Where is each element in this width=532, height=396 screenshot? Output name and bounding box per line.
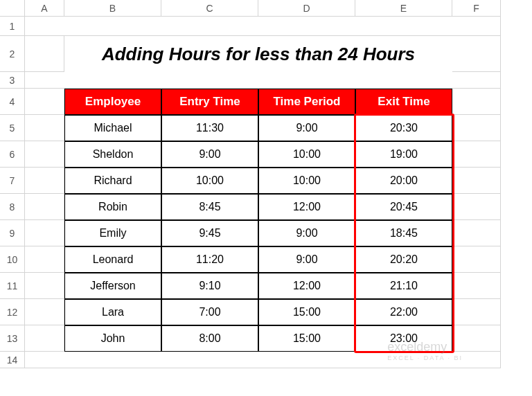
cell[interactable]	[452, 220, 501, 246]
table-cell[interactable]: 8:00	[161, 325, 258, 352]
table-cell[interactable]: 9:45	[161, 220, 258, 246]
table-cell[interactable]: 10:00	[258, 168, 355, 194]
page-title: Adding Hours for less than 24 Hours	[64, 36, 452, 72]
table-cell[interactable]: 9:00	[258, 246, 355, 273]
cell[interactable]	[452, 194, 501, 220]
row-header-7[interactable]: 7	[0, 168, 25, 194]
cell[interactable]	[452, 246, 501, 273]
cell[interactable]	[25, 220, 64, 246]
table-cell[interactable]: 20:45	[355, 194, 452, 220]
watermark: exceldemy EXCEL · DATA · BI	[387, 340, 463, 361]
cell[interactable]	[25, 72, 501, 89]
table-cell[interactable]: 20:20	[355, 246, 452, 273]
row-header-3[interactable]: 3	[0, 72, 25, 89]
cell[interactable]	[452, 36, 501, 72]
row-header-10[interactable]: 10	[0, 246, 25, 273]
table-cell[interactable]: 20:30	[355, 115, 452, 141]
table-cell[interactable]: 9:10	[161, 273, 258, 299]
header-exit[interactable]: Exit Time	[355, 89, 452, 115]
col-header-B[interactable]: B	[64, 0, 161, 17]
table-cell[interactable]: Richard	[64, 168, 161, 194]
cell[interactable]	[25, 299, 64, 325]
table-cell[interactable]: 8:45	[161, 194, 258, 220]
cell[interactable]	[25, 325, 64, 352]
watermark-sub: EXCEL · DATA · BI	[387, 354, 463, 361]
table-cell[interactable]: 7:00	[161, 299, 258, 325]
row-header-13[interactable]: 13	[0, 325, 25, 352]
table-cell[interactable]: 12:00	[258, 194, 355, 220]
table-cell[interactable]: 22:00	[355, 299, 452, 325]
cell[interactable]	[452, 115, 501, 141]
row-header-2[interactable]: 2	[0, 36, 25, 72]
row-header-1[interactable]: 1	[0, 17, 25, 36]
table-cell[interactable]: 20:00	[355, 168, 452, 194]
table-cell[interactable]: Lara	[64, 299, 161, 325]
header-employee[interactable]: Employee	[64, 89, 161, 115]
row-header-8[interactable]: 8	[0, 194, 25, 220]
table-cell[interactable]: 15:00	[258, 299, 355, 325]
cell[interactable]	[452, 141, 501, 168]
row-header-12[interactable]: 12	[0, 299, 25, 325]
table-cell[interactable]: 15:00	[258, 325, 355, 352]
cell[interactable]	[452, 89, 501, 115]
row-header-5[interactable]: 5	[0, 115, 25, 141]
table-cell[interactable]: Jefferson	[64, 273, 161, 299]
spreadsheet-grid: A B C D E F 1 2 Adding Hours for less th…	[0, 0, 532, 368]
table-cell[interactable]: John	[64, 325, 161, 352]
col-header-E[interactable]: E	[355, 0, 452, 17]
row-header-6[interactable]: 6	[0, 141, 25, 168]
table-cell[interactable]: Robin	[64, 194, 161, 220]
cell[interactable]	[25, 273, 64, 299]
table-cell[interactable]: 10:00	[161, 168, 258, 194]
table-cell[interactable]: 10:00	[258, 141, 355, 168]
col-header-D[interactable]: D	[258, 0, 355, 17]
cell[interactable]	[25, 36, 64, 72]
table-cell[interactable]: 9:00	[258, 115, 355, 141]
table-cell[interactable]: 19:00	[355, 141, 452, 168]
cell[interactable]	[25, 246, 64, 273]
cell[interactable]	[452, 168, 501, 194]
table-cell[interactable]: 18:45	[355, 220, 452, 246]
table-cell[interactable]: Emily	[64, 220, 161, 246]
table-cell[interactable]: 21:10	[355, 273, 452, 299]
col-header-A[interactable]: A	[25, 0, 64, 17]
table-cell[interactable]: 11:30	[161, 115, 258, 141]
cell[interactable]	[25, 141, 64, 168]
cell[interactable]	[25, 115, 64, 141]
watermark-text: exceldemy	[387, 340, 447, 354]
table-cell[interactable]: 9:00	[161, 141, 258, 168]
row-header-14[interactable]: 14	[0, 352, 25, 368]
cell[interactable]	[25, 194, 64, 220]
cell[interactable]	[452, 273, 501, 299]
col-header-F[interactable]: F	[452, 0, 501, 17]
table-cell[interactable]: Michael	[64, 115, 161, 141]
cell[interactable]	[25, 168, 64, 194]
row-header-4[interactable]: 4	[0, 89, 25, 115]
cell[interactable]	[25, 17, 501, 36]
corner-cell	[0, 0, 25, 17]
cell[interactable]	[25, 89, 64, 115]
header-entry[interactable]: Entry Time	[161, 89, 258, 115]
table-cell[interactable]: 12:00	[258, 273, 355, 299]
header-period[interactable]: Time Period	[258, 89, 355, 115]
table-cell[interactable]: 11:20	[161, 246, 258, 273]
table-cell[interactable]: Sheldon	[64, 141, 161, 168]
table-cell[interactable]: Leonard	[64, 246, 161, 273]
cell[interactable]	[452, 299, 501, 325]
col-header-C[interactable]: C	[161, 0, 258, 17]
row-header-11[interactable]: 11	[0, 273, 25, 299]
table-cell[interactable]: 9:00	[258, 220, 355, 246]
row-header-9[interactable]: 9	[0, 220, 25, 246]
